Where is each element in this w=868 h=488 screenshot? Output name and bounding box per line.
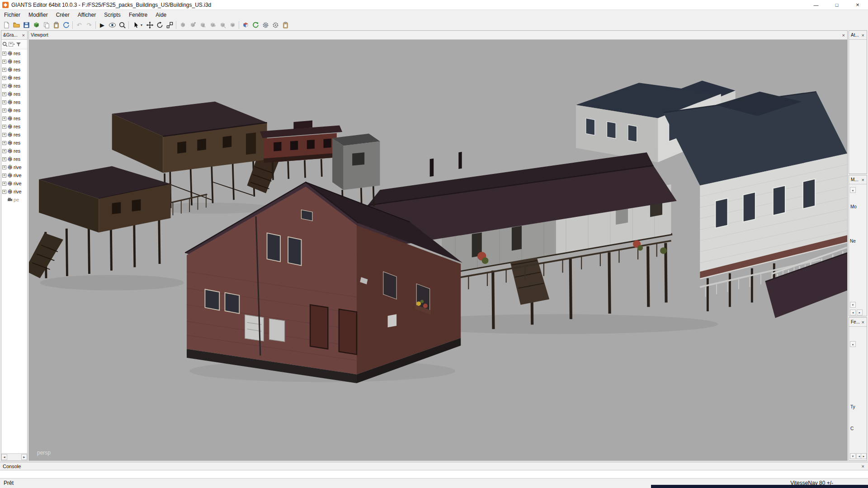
scroll-up-icon[interactable]: ▲ <box>850 341 856 347</box>
scenegraph-hscrollbar[interactable]: ◄ ► <box>1 453 27 460</box>
select-icon[interactable]: ▾ <box>130 20 145 30</box>
expand-icon[interactable]: + <box>2 52 6 56</box>
scenegraph-tab[interactable]: &Gra... × <box>1 31 27 40</box>
tree-item[interactable]: + res <box>1 57 27 66</box>
expand-icon[interactable]: + <box>2 165 6 169</box>
menu-item[interactable]: Scripts <box>100 10 125 19</box>
viewport-canvas[interactable]: persp <box>29 40 847 460</box>
scroll-down-icon[interactable]: ▼ <box>850 453 856 459</box>
expand-icon[interactable]: + <box>2 157 6 161</box>
undo-icon[interactable]: ↶ <box>74 20 84 30</box>
scroll-up-icon[interactable]: ▲ <box>850 187 856 193</box>
tree-item[interactable]: + res <box>1 66 27 74</box>
expand-icon[interactable]: + <box>2 174 6 178</box>
expand-icon[interactable]: + <box>2 68 6 72</box>
snap-move-icon[interactable] <box>198 20 208 30</box>
fenetre-tab[interactable]: Fe... × <box>849 318 867 327</box>
zoom-icon[interactable] <box>117 20 127 30</box>
expand-icon[interactable]: + <box>2 133 6 137</box>
scroll-right-icon[interactable]: ► <box>861 453 867 459</box>
expand-icon[interactable]: + <box>2 190 6 194</box>
tree-item[interactable]: + rive <box>1 171 27 179</box>
close-button[interactable]: × <box>847 0 868 9</box>
paste-icon[interactable] <box>51 20 61 30</box>
filter-icon[interactable] <box>16 42 21 47</box>
play-icon[interactable]: ▶ <box>97 20 107 30</box>
expand-icon[interactable]: + <box>2 149 6 153</box>
redo-icon[interactable]: ↷ <box>84 20 94 30</box>
copy-icon[interactable] <box>41 20 51 30</box>
new-file-icon[interactable] <box>1 20 11 30</box>
scroll-left-icon[interactable]: ◄ <box>1 454 7 460</box>
save-icon[interactable] <box>21 20 31 30</box>
rotate-icon[interactable] <box>155 20 165 30</box>
snap-angle-icon[interactable] <box>208 20 217 30</box>
console-panel-tab[interactable]: Console × <box>0 462 868 470</box>
menu-item[interactable]: Fenêtre <box>125 10 151 19</box>
expand-icon[interactable]: + <box>2 84 6 88</box>
attributes-close-icon[interactable]: × <box>861 33 865 38</box>
minimize-button[interactable]: — <box>806 0 826 9</box>
tree-item[interactable]: + res <box>1 147 27 155</box>
tree-item[interactable]: + res <box>1 139 27 147</box>
tree-item[interactable]: + res <box>1 49 27 57</box>
expand-icon[interactable]: + <box>2 92 6 96</box>
tree-item[interactable]: + rive <box>1 188 27 196</box>
open-file-icon[interactable] <box>11 20 21 30</box>
tree-item[interactable]: + rive <box>1 179 27 188</box>
center-pivot-icon[interactable] <box>227 20 237 30</box>
menu-item[interactable]: Modifier <box>24 10 52 19</box>
menu-item[interactable]: Aide <box>151 10 170 19</box>
tree-item[interactable]: + res <box>1 114 27 122</box>
render-mode-icon[interactable] <box>241 20 250 30</box>
tree-item[interactable]: + res <box>1 90 27 98</box>
export-icon[interactable] <box>31 20 41 30</box>
menu-item[interactable]: Fichier <box>0 10 24 19</box>
search-icon[interactable] <box>2 42 8 47</box>
tree-item[interactable]: + res <box>1 106 27 114</box>
viewport-close-icon[interactable]: × <box>842 33 845 38</box>
expand-icon[interactable]: + <box>2 125 6 129</box>
expand-icon[interactable]: + <box>2 108 6 113</box>
expand-icon[interactable]: + <box>2 60 6 64</box>
show-icon[interactable] <box>107 20 117 30</box>
expand-icon[interactable]: + <box>2 117 6 121</box>
expand-icon[interactable]: + <box>2 141 6 145</box>
reload-shaders-icon[interactable] <box>250 20 260 30</box>
fenetre-close-icon[interactable]: × <box>861 319 865 325</box>
tree-item[interactable]: + res <box>1 82 27 90</box>
menu-item[interactable]: Afficher <box>74 10 100 19</box>
scroll-left-icon[interactable]: ◄ <box>850 310 856 315</box>
expand-icon[interactable]: + <box>2 76 6 80</box>
scale-icon[interactable] <box>165 20 175 30</box>
attributes-tab[interactable]: At... × <box>849 31 867 40</box>
scroll-right-icon[interactable]: ► <box>857 310 863 315</box>
material-close-icon[interactable]: × <box>861 177 865 183</box>
expand-icon[interactable]: + <box>2 100 6 104</box>
console-output[interactable] <box>0 470 868 479</box>
scroll-down-icon[interactable]: ▼ <box>850 302 856 308</box>
tree-item[interactable]: + res <box>1 74 27 82</box>
console-close-icon[interactable]: × <box>861 464 865 469</box>
reload-icon[interactable] <box>61 20 71 30</box>
scroll-right-icon[interactable]: ► <box>21 454 27 460</box>
menu-item[interactable]: Créer <box>52 10 74 19</box>
copy-transform-icon[interactable] <box>280 20 290 30</box>
tree-item[interactable]: + res <box>1 98 27 106</box>
snap-scale-icon[interactable] <box>217 20 227 30</box>
material-tab[interactable]: M... × <box>849 175 867 184</box>
tree-item[interactable]: + rive <box>1 163 27 171</box>
expand-icon[interactable]: + <box>2 182 6 186</box>
tree-item[interactable]: + res <box>1 131 27 139</box>
type-filter-icon[interactable] <box>9 42 15 47</box>
tree-item[interactable]: + res <box>1 155 27 163</box>
local-axes-icon[interactable] <box>178 20 188 30</box>
tree-item[interactable]: pe <box>1 196 27 204</box>
tree-item[interactable]: + res <box>1 122 27 131</box>
world-axes-icon[interactable] <box>188 20 198 30</box>
settings-icon[interactable] <box>260 20 270 30</box>
plugins-icon[interactable] <box>270 20 280 30</box>
scenegraph-close-icon[interactable]: × <box>22 33 25 38</box>
translate-icon[interactable] <box>145 20 155 30</box>
viewport-tab[interactable]: Viewport × <box>29 31 847 40</box>
